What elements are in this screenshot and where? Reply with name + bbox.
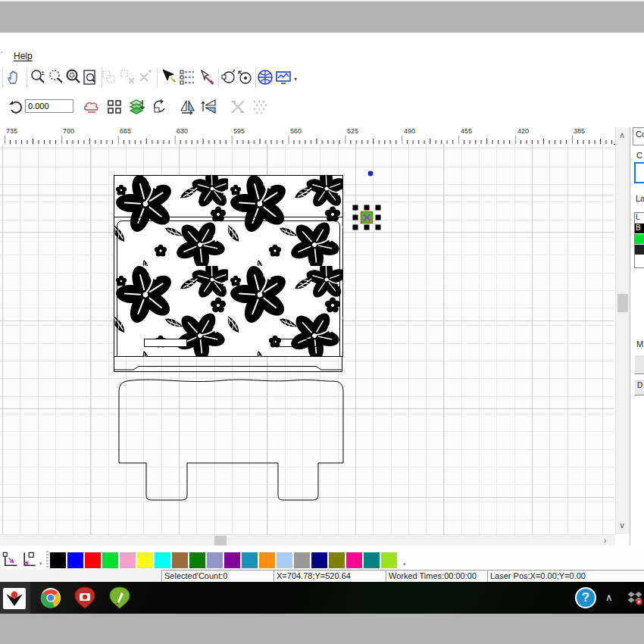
chrome-taskbar-button[interactable] [39, 586, 62, 609]
delete-button[interactable] [136, 68, 154, 86]
hscrollbar[interactable]: › [0, 534, 615, 546]
zoom-area-button[interactable] [47, 68, 65, 86]
zoom-page-button[interactable] [81, 68, 99, 86]
color-swatch[interactable] [172, 552, 188, 568]
pick-arrow-icon [160, 67, 178, 88]
laser-app-taskbar-button[interactable] [3, 588, 26, 609]
vscroll-down-icon[interactable]: ∨ [619, 521, 625, 529]
status-selected-count: Selected'Count:0 [161, 570, 274, 582]
zoom-all-button[interactable] [64, 68, 83, 86]
color-swatch[interactable] [120, 552, 136, 568]
vscrollbar[interactable]: ∧ ∨ [615, 127, 630, 534]
menu-help[interactable]: Help [14, 51, 33, 61]
hscroll-right-icon[interactable]: › [604, 536, 607, 544]
node-edit-button[interactable] [179, 68, 197, 86]
color-swatch[interactable] [346, 552, 362, 568]
titlebar-area [0, 2, 644, 33]
color-swatch[interactable] [102, 552, 118, 568]
tray-help-button[interactable]: ? [575, 587, 596, 608]
stamp-button[interactable] [83, 98, 101, 116]
ruler-label: 700 [63, 127, 74, 135]
layer-list-header: L [636, 213, 640, 221]
layer-order-button[interactable] [128, 97, 146, 115]
select-add-button[interactable] [198, 68, 216, 86]
toolbar-overflow-caret[interactable]: ▾ [294, 76, 297, 83]
group-button[interactable] [100, 68, 118, 86]
layer-list[interactable]: L B [634, 212, 644, 268]
tray-chevron-icon[interactable]: ∧ [605, 592, 613, 603]
ruler-label: 665 [120, 127, 131, 135]
pan-tool-button[interactable] [5, 68, 23, 86]
pick-tool-button[interactable] [160, 67, 178, 85]
undo-rotate-icon [8, 98, 26, 120]
palette-left-caret[interactable]: ▾ [39, 561, 42, 567]
color-swatch[interactable] [259, 552, 275, 568]
color-swatch[interactable] [67, 552, 83, 568]
cursor-plus-icon [198, 68, 216, 89]
tray-dropbox-button[interactable] [627, 590, 642, 605]
preview-monitor-icon [274, 68, 292, 89]
vscroll-thumb[interactable] [617, 294, 628, 312]
layers-icon [128, 97, 146, 118]
rotation-input[interactable] [25, 99, 73, 113]
color-swatch[interactable] [311, 552, 327, 568]
color-swatch[interactable] [242, 552, 258, 568]
cross-arrows-icon [229, 98, 247, 119]
question-icon: ? [582, 590, 589, 605]
panel-move-button[interactable] [634, 355, 644, 374]
vscroll-up-icon[interactable]: ∧ [619, 131, 625, 139]
canvas[interactable] [0, 144, 614, 534]
color-swatch[interactable] [224, 552, 240, 568]
bottom-band [0, 614, 644, 644]
color-swatch[interactable] [294, 552, 310, 568]
ruler-label: 595 [233, 127, 245, 135]
transform-button[interactable] [229, 98, 247, 116]
panel-color-box[interactable] [634, 162, 644, 183]
right-panel: Co C La L B M D [630, 127, 644, 582]
panel-tab-config[interactable]: Co [633, 127, 644, 145]
array-copy-button[interactable] [105, 98, 123, 116]
hscroll-thumb[interactable] [214, 536, 227, 546]
color-swatch[interactable] [364, 552, 380, 568]
halftone-button[interactable] [251, 98, 269, 116]
mirror-horizontal-icon [179, 98, 197, 119]
layer-row-black[interactable]: B [635, 224, 644, 233]
ruler-label: 385 [574, 127, 585, 135]
panel-color-label: C [636, 151, 642, 160]
ruler-label: 420 [517, 127, 529, 135]
preview-button[interactable] [274, 68, 292, 86]
color-swatch[interactable] [189, 552, 205, 568]
curve-origin-button[interactable] [236, 68, 254, 86]
coreldraw-taskbar-button[interactable] [108, 586, 131, 609]
color-swatch[interactable] [277, 552, 292, 568]
mirror-vertical-button[interactable] [201, 98, 219, 116]
zoom-inout-button[interactable]: ± [29, 68, 47, 86]
mirror-vertical-icon [201, 98, 219, 119]
layer-row-dark[interactable] [635, 245, 644, 255]
palette-drag-handle[interactable] [46, 549, 48, 567]
color-swatch[interactable] [329, 552, 345, 568]
group-icon [100, 68, 118, 89]
node-list-icon [179, 68, 197, 89]
panel-download-button[interactable]: D [634, 379, 644, 395]
ungroup-button[interactable] [119, 68, 137, 86]
simulate-button[interactable] [256, 68, 274, 86]
palette-overflow-caret[interactable]: ▾ [403, 561, 406, 567]
origin-tool-1[interactable] [2, 551, 17, 566]
dropbox-icon [627, 590, 642, 608]
photopaint-taskbar-button[interactable] [73, 586, 96, 609]
layer-row-green[interactable] [635, 234, 644, 244]
color-swatch[interactable] [381, 552, 397, 568]
mirror-horizontal-button[interactable] [179, 98, 197, 116]
status-worked-times: Worked Times:00:00:00 [386, 570, 487, 582]
rotate-reset-button[interactable] [8, 98, 26, 117]
color-swatch[interactable] [155, 552, 170, 568]
color-swatch[interactable] [137, 552, 153, 568]
color-swatch[interactable] [50, 552, 66, 568]
color-swatch[interactable] [85, 552, 101, 568]
rotate-tool-button[interactable] [151, 98, 169, 116]
ruler-label: 490 [404, 127, 415, 135]
color-swatch[interactable] [207, 552, 223, 568]
origin-tool-2[interactable] [19, 551, 34, 566]
ruler-label: 455 [461, 127, 472, 135]
